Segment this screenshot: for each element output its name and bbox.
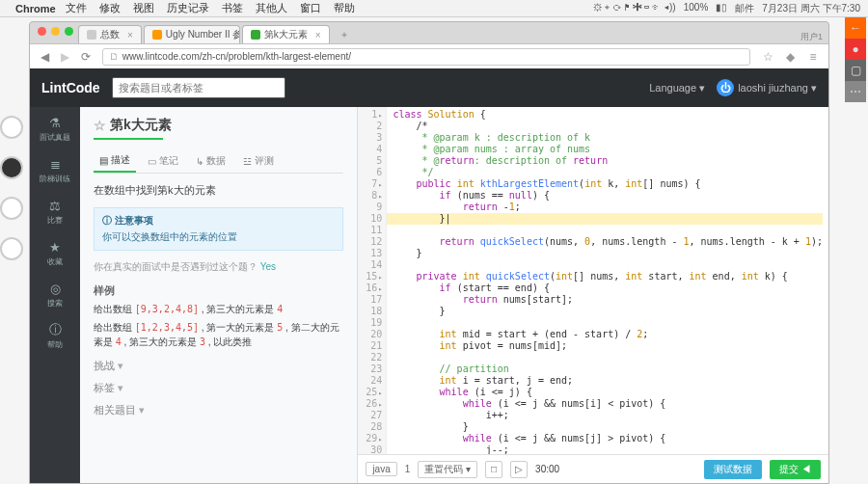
- app-name[interactable]: Chrome: [15, 3, 56, 14]
- menu-history[interactable]: 历史记录: [167, 2, 209, 13]
- example-label: 样例: [94, 283, 343, 298]
- power-icon: ⏻: [717, 79, 734, 96]
- tab-2[interactable]: 第k大元素×: [242, 25, 330, 43]
- reload-icon[interactable]: ⟳: [79, 50, 93, 64]
- clock-extra: 邮件: [735, 2, 754, 15]
- forward-icon[interactable]: ▶: [58, 50, 71, 64]
- timer-play-icon[interactable]: ▷: [510, 461, 528, 478]
- line-number: 1: [405, 464, 411, 474]
- info-icon: ⓘ: [47, 322, 63, 337]
- ex-text: , 第三大的元素是: [199, 304, 277, 314]
- note-icon: ▭: [148, 156, 156, 167]
- tab-judge[interactable]: ☳评测: [237, 149, 280, 173]
- ex-text: , 第一大的元素是: [199, 322, 277, 333]
- close-tab-icon[interactable]: ×: [315, 30, 321, 40]
- profile-label[interactable]: 用户1: [800, 31, 823, 43]
- toolbar-icons: ☆ ◆ ≡: [756, 49, 821, 65]
- menu-edit[interactable]: 修改: [99, 2, 121, 13]
- favicon-icon: [251, 30, 260, 40]
- seen-yes-button[interactable]: Yes: [260, 261, 276, 272]
- sidebar-item-ladder[interactable]: ≣阶梯训练: [40, 156, 70, 184]
- mac-menubar: Chrome 文件 修改 视图 历史记录 书签 其他人 窗口 帮助 ⚙ ◈ ⟳ …: [0, 0, 868, 17]
- new-tab-button[interactable]: ＋: [332, 26, 357, 43]
- reset-dropdown[interactable]: 重置代码 ▾: [418, 461, 477, 478]
- menu-people[interactable]: 其他人: [256, 2, 287, 13]
- data-icon: ↳: [196, 156, 203, 167]
- user-menu[interactable]: ⏻ laoshi jiuzhang ▾: [717, 79, 817, 96]
- sidebar: ⚗面试真题 ≣阶梯训练 ⚖比赛 ★收藏 ◎搜索 ⓘ帮助: [30, 107, 80, 483]
- favicon-icon: [87, 30, 96, 40]
- example-section: 样例 给出数组 [9,3,2,4,8] , 第三大的元素是 4 给出数组 [1,…: [94, 283, 343, 349]
- bookmark-icon[interactable]: ☆: [760, 49, 775, 65]
- code-lines[interactable]: class Solution { /* * @param k : descrip…: [387, 107, 828, 454]
- problem-title: ☆ 第k大元素: [94, 117, 343, 134]
- tab-0[interactable]: 总数×: [78, 25, 142, 43]
- maximize-icon[interactable]: [65, 27, 73, 36]
- submit-button[interactable]: 提交 ◀: [770, 460, 821, 479]
- main-split: ☆ 第k大元素 ▤描述 ▭笔记 ↳数据 ☳评测 在数组中找到第k大的元素 ⓘ 注…: [80, 107, 828, 483]
- sidebar-item-contest[interactable]: ⚖比赛: [47, 198, 63, 226]
- challenge-dropdown[interactable]: 挑战: [94, 359, 343, 373]
- tool-arrow-icon[interactable]: ←: [845, 17, 866, 39]
- notice-title: ⓘ 注意事项: [102, 214, 335, 228]
- close-icon[interactable]: [38, 27, 46, 36]
- back-icon[interactable]: ◀: [38, 50, 51, 64]
- url-field[interactable]: 🗋www.lintcode.com/zh-cn/problem/kth-larg…: [102, 48, 751, 66]
- language-dropdown[interactable]: Language ▾: [649, 82, 705, 94]
- menu-bookmarks[interactable]: 书签: [222, 2, 243, 13]
- minimize-icon[interactable]: [51, 27, 60, 36]
- address-bar: ◀ ▶ ⟳ 🗋www.lintcode.com/zh-cn/problem/kt…: [30, 43, 828, 68]
- sidebar-item-favorites[interactable]: ★收藏: [47, 239, 63, 267]
- tags-dropdown[interactable]: 标签: [94, 381, 343, 395]
- menu-file[interactable]: 文件: [66, 2, 87, 13]
- extension-icon[interactable]: ◆: [783, 49, 799, 65]
- url-text: www.lintcode.com/zh-cn/problem/kth-large…: [122, 51, 351, 62]
- window-controls: [38, 27, 73, 36]
- ex-text: , 以此类推: [205, 336, 252, 347]
- menu-icon[interactable]: ≡: [805, 49, 821, 65]
- search-container: [112, 77, 285, 98]
- tab-label: 描述: [111, 153, 130, 167]
- tab-data[interactable]: ↳数据: [190, 149, 231, 173]
- tool-more-icon[interactable]: ⋯: [845, 81, 866, 102]
- site-logo[interactable]: LintCode: [41, 80, 100, 95]
- star-outline-icon[interactable]: ☆: [94, 118, 106, 133]
- tab-label: 笔记: [159, 154, 178, 168]
- search-input[interactable]: [112, 77, 285, 98]
- sidebar-item-label: 面试真题: [40, 132, 70, 143]
- tab-notes[interactable]: ▭笔记: [142, 149, 184, 173]
- language-select[interactable]: java: [366, 462, 396, 476]
- notice-box: ⓘ 注意事项 你可以交换数组中的元素的位置: [94, 207, 343, 251]
- timer-display: 30:00: [535, 464, 559, 474]
- sidebar-item-search[interactable]: ◎搜索: [47, 281, 63, 309]
- favicon-icon: [152, 30, 162, 40]
- tab-description[interactable]: ▤描述: [94, 149, 136, 173]
- tab-label: 数据: [206, 154, 226, 168]
- tool-box-icon[interactable]: ▢: [845, 60, 866, 81]
- flask-icon: ⚗: [47, 115, 63, 130]
- battery-pct: 100%: [684, 2, 709, 15]
- bars-icon: ≣: [47, 156, 63, 172]
- sidebar-item-interview[interactable]: ⚗面试真题: [40, 115, 70, 143]
- menu-window[interactable]: 窗口: [300, 2, 321, 13]
- related-dropdown[interactable]: 相关题目: [94, 403, 343, 417]
- tab-1[interactable]: Ugly Number II 参考程序 J…×: [144, 25, 240, 43]
- user-label: laoshi jiuzhang ▾: [738, 82, 817, 94]
- star-icon: ★: [47, 239, 63, 255]
- sidebar-item-help[interactable]: ⓘ帮助: [47, 322, 63, 350]
- code-editor: 1234567891011121314151617181920212223242…: [358, 107, 828, 483]
- sidebar-item-label: 比赛: [47, 215, 63, 226]
- tool-record-icon[interactable]: ●: [845, 39, 866, 60]
- menu-view[interactable]: 视图: [133, 2, 154, 13]
- menu-help[interactable]: 帮助: [334, 2, 355, 13]
- code-area[interactable]: 1234567891011121314151617181920212223242…: [358, 107, 828, 454]
- timer-stop-icon[interactable]: □: [485, 461, 502, 478]
- ex-text: 给出数组: [94, 322, 135, 333]
- test-button[interactable]: 测试数据: [704, 460, 762, 479]
- close-tab-icon[interactable]: ×: [127, 30, 133, 40]
- page-info-icon[interactable]: 🗋: [109, 51, 119, 62]
- tab-2-title: 第k大元素: [264, 28, 308, 41]
- background-decor: [0, 116, 27, 278]
- ex-text: 给出数组: [94, 304, 135, 314]
- mac-status: ⚙ ◈ ⟳ ⚑ ✱ ▭ ᯤ ◀)) 100% ▮▯ 邮件 7月23日 周六 下午…: [593, 2, 860, 15]
